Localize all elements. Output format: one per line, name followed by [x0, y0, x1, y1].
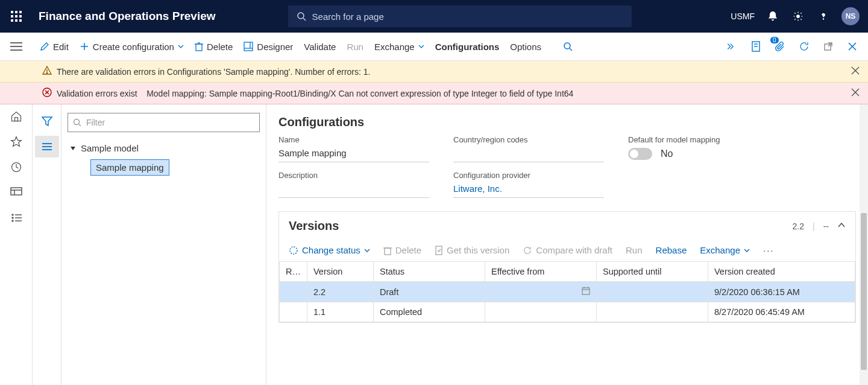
- versions-title: Versions: [289, 219, 339, 233]
- svg-rect-8: [19, 19, 22, 22]
- svg-point-11: [797, 15, 800, 18]
- col-version[interactable]: Version: [307, 262, 373, 282]
- close-icon[interactable]: [846, 40, 858, 52]
- warning-close-icon[interactable]: [851, 66, 860, 77]
- svg-rect-1: [15, 11, 17, 13]
- svg-marker-55: [42, 117, 52, 126]
- table-row[interactable]: 1.1 Completed 8/27/2020 06:45:49 AM: [280, 302, 855, 322]
- pane-toolstrip: [33, 104, 61, 385]
- bell-icon[interactable]: [766, 9, 780, 24]
- col-r[interactable]: R…: [280, 262, 307, 282]
- versions-section: Versions 2.2 | -- Change status: [278, 211, 856, 323]
- svg-rect-46: [11, 188, 22, 195]
- search-placeholder: Search for a page: [312, 11, 384, 22]
- designer-button[interactable]: Designer: [244, 42, 293, 52]
- details-heading: Configurations: [278, 115, 856, 129]
- filter-pane-icon[interactable]: [35, 110, 59, 132]
- home-icon[interactable]: [9, 109, 24, 124]
- error-lead: Validation errors exist: [57, 89, 137, 98]
- list-pane-icon[interactable]: [35, 136, 59, 158]
- tree-root-label: Sample model: [81, 143, 139, 153]
- error-text: Validation errors exist Model mapping: S…: [57, 89, 573, 98]
- name-field[interactable]: Sample mapping: [278, 147, 429, 162]
- command-bar: Edit Create configuration Delete Designe…: [0, 33, 868, 61]
- star-icon[interactable]: [9, 135, 24, 149]
- country-field[interactable]: [453, 147, 604, 162]
- table-row[interactable]: 2.2 Draft 9/2/2020 06:36:15 AM: [280, 282, 855, 302]
- error-message-bar: Validation errors exist Model mapping: S…: [0, 83, 868, 104]
- col-supported[interactable]: Supported until: [596, 262, 708, 282]
- collapse-icon[interactable]: [837, 221, 846, 231]
- document-icon[interactable]: [750, 40, 762, 52]
- provider-link[interactable]: Litware, Inc.: [453, 182, 604, 198]
- error-close-icon[interactable]: [851, 88, 860, 98]
- tree-node-child[interactable]: Sample mapping: [90, 159, 169, 176]
- provider-label: Configuration provider: [453, 171, 604, 180]
- options-tab[interactable]: Options: [510, 42, 541, 52]
- rebase-button[interactable]: Rebase: [656, 245, 687, 255]
- cell-effective: [485, 302, 596, 322]
- left-nav-rail: [0, 104, 33, 385]
- options-label: Options: [510, 42, 541, 52]
- scrollbar[interactable]: [860, 104, 868, 385]
- warning-message-bar: There are validation errors in Configura…: [0, 61, 868, 83]
- cell-effective[interactable]: [485, 282, 596, 302]
- command-items: Edit Create configuration Delete Designe…: [33, 42, 573, 52]
- workspace-icon[interactable]: [9, 185, 24, 200]
- designer-label: Designer: [257, 42, 293, 52]
- svg-rect-7: [15, 19, 17, 22]
- waffle-icon[interactable]: [0, 0, 33, 33]
- modules-icon[interactable]: [9, 211, 24, 225]
- attachments-icon[interactable]: 0: [774, 40, 786, 52]
- validate-button[interactable]: Validate: [304, 42, 336, 52]
- col-effective[interactable]: Effective from: [485, 262, 596, 282]
- svg-point-49: [12, 214, 13, 215]
- gear-icon[interactable]: [791, 9, 805, 24]
- help-icon[interactable]: [816, 9, 831, 24]
- user-avatar[interactable]: NS: [841, 7, 860, 25]
- configurations-tab[interactable]: Configurations: [435, 42, 500, 52]
- link-icon[interactable]: [726, 40, 738, 52]
- col-status[interactable]: Status: [373, 262, 485, 282]
- svg-rect-65: [436, 246, 442, 255]
- description-field[interactable]: [278, 182, 429, 198]
- version-exchange-button[interactable]: Exchange: [700, 245, 750, 255]
- version-run-button: Run: [626, 245, 643, 255]
- nav-toggle-icon[interactable]: [0, 33, 33, 61]
- refresh-icon[interactable]: [798, 40, 810, 52]
- svg-point-51: [12, 217, 13, 218]
- tree-filter-input[interactable]: Filter: [68, 113, 260, 132]
- validate-label: Validate: [304, 42, 336, 52]
- cell-supported: [596, 282, 708, 302]
- cell-status: Draft: [373, 282, 485, 302]
- more-icon[interactable]: ···: [763, 245, 775, 255]
- popout-icon[interactable]: [822, 40, 834, 52]
- global-search[interactable]: Search for a page: [288, 5, 632, 27]
- exchange-button[interactable]: Exchange: [374, 42, 424, 52]
- create-configuration-button[interactable]: Create configuration: [80, 42, 184, 52]
- find-icon[interactable]: [563, 42, 573, 51]
- chevron-down-icon: [744, 247, 750, 253]
- calendar-icon[interactable]: [582, 287, 590, 297]
- svg-line-60: [79, 124, 81, 126]
- body: Filter Sample model Sample mapping Confi…: [0, 104, 868, 385]
- svg-rect-63: [385, 248, 391, 255]
- company-selector[interactable]: USMF: [731, 11, 755, 21]
- svg-rect-66: [582, 288, 590, 294]
- defaultmap-toggle[interactable]: [628, 148, 652, 160]
- filter-placeholder: Filter: [86, 118, 105, 127]
- clock-icon[interactable]: [9, 160, 24, 174]
- tree-node-root[interactable]: Sample model: [68, 141, 260, 156]
- compare-button: Compare with draft: [523, 245, 612, 255]
- svg-point-35: [46, 72, 47, 73]
- defaultmap-value: No: [661, 148, 673, 159]
- col-created[interactable]: Version created: [708, 262, 855, 282]
- edit-button[interactable]: Edit: [40, 42, 69, 52]
- cell-created: 8/27/2020 06:45:49 AM: [708, 302, 855, 322]
- delete-button[interactable]: Delete: [195, 42, 233, 52]
- change-status-button[interactable]: Change status: [289, 245, 370, 255]
- svg-point-24: [564, 43, 570, 49]
- error-icon: [42, 88, 52, 99]
- svg-rect-5: [19, 15, 22, 18]
- cell-version: 1.1: [307, 302, 373, 322]
